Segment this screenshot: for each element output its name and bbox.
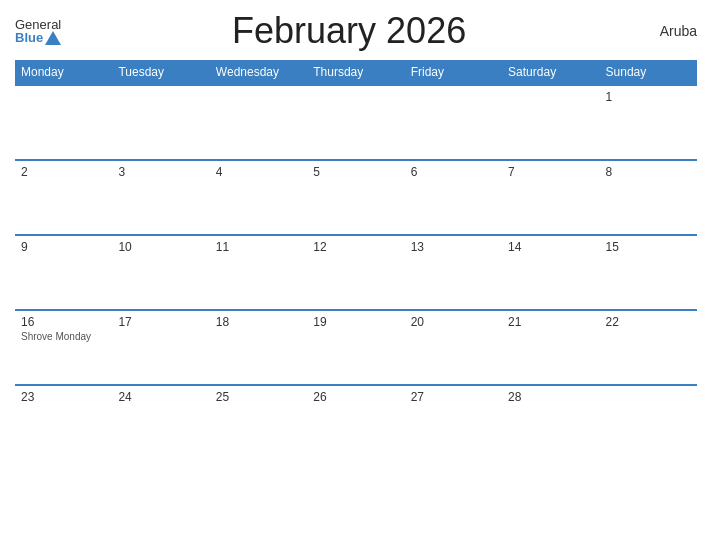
calendar-cell: 8	[600, 160, 697, 235]
day-number: 7	[508, 165, 593, 179]
calendar-cell: 7	[502, 160, 599, 235]
day-number: 9	[21, 240, 106, 254]
calendar-cell: 28	[502, 385, 599, 460]
logo-triangle-icon	[45, 31, 61, 45]
calendar-cell	[307, 85, 404, 160]
calendar-cell: 25	[210, 385, 307, 460]
week-row-1: 1	[15, 85, 697, 160]
calendar-cell: 3	[112, 160, 209, 235]
calendar-title: February 2026	[61, 10, 637, 52]
day-number: 5	[313, 165, 398, 179]
calendar-container: General Blue February 2026 Aruba MondayT…	[0, 0, 712, 550]
week-row-4: 16Shrove Monday171819202122	[15, 310, 697, 385]
day-number: 6	[411, 165, 496, 179]
calendar-cell: 12	[307, 235, 404, 310]
calendar-cell	[600, 385, 697, 460]
calendar-cell: 1	[600, 85, 697, 160]
day-number: 11	[216, 240, 301, 254]
calendar-cell: 9	[15, 235, 112, 310]
logo: General Blue	[15, 18, 61, 45]
calendar-cell	[15, 85, 112, 160]
day-number: 1	[606, 90, 691, 104]
calendar-cell: 21	[502, 310, 599, 385]
calendar-header: General Blue February 2026 Aruba	[15, 10, 697, 52]
calendar-cell: 13	[405, 235, 502, 310]
day-number: 27	[411, 390, 496, 404]
calendar-cell: 15	[600, 235, 697, 310]
calendar-cell: 17	[112, 310, 209, 385]
calendar-cell	[405, 85, 502, 160]
calendar-table: MondayTuesdayWednesdayThursdayFridaySatu…	[15, 60, 697, 460]
calendar-cell: 11	[210, 235, 307, 310]
day-number: 10	[118, 240, 203, 254]
calendar-cell	[502, 85, 599, 160]
weekday-header-monday: Monday	[15, 60, 112, 85]
weekday-header-sunday: Sunday	[600, 60, 697, 85]
day-number: 8	[606, 165, 691, 179]
weekday-header-tuesday: Tuesday	[112, 60, 209, 85]
day-number: 26	[313, 390, 398, 404]
week-row-2: 2345678	[15, 160, 697, 235]
day-number: 28	[508, 390, 593, 404]
calendar-cell: 2	[15, 160, 112, 235]
event-label: Shrove Monday	[21, 331, 106, 342]
calendar-cell: 6	[405, 160, 502, 235]
day-number: 14	[508, 240, 593, 254]
week-row-3: 9101112131415	[15, 235, 697, 310]
day-number: 19	[313, 315, 398, 329]
day-number: 22	[606, 315, 691, 329]
calendar-cell: 16Shrove Monday	[15, 310, 112, 385]
weekday-header-row: MondayTuesdayWednesdayThursdayFridaySatu…	[15, 60, 697, 85]
calendar-cell: 23	[15, 385, 112, 460]
calendar-cell: 20	[405, 310, 502, 385]
week-row-5: 232425262728	[15, 385, 697, 460]
calendar-cell: 24	[112, 385, 209, 460]
calendar-cell: 5	[307, 160, 404, 235]
calendar-cell: 19	[307, 310, 404, 385]
day-number: 21	[508, 315, 593, 329]
calendar-cell: 10	[112, 235, 209, 310]
day-number: 17	[118, 315, 203, 329]
day-number: 25	[216, 390, 301, 404]
logo-blue-text: Blue	[15, 31, 43, 44]
day-number: 13	[411, 240, 496, 254]
weekday-header-friday: Friday	[405, 60, 502, 85]
calendar-cell: 14	[502, 235, 599, 310]
logo-general-text: General	[15, 18, 61, 31]
day-number: 4	[216, 165, 301, 179]
calendar-cell	[112, 85, 209, 160]
calendar-cell: 4	[210, 160, 307, 235]
weekday-header-wednesday: Wednesday	[210, 60, 307, 85]
day-number: 23	[21, 390, 106, 404]
day-number: 18	[216, 315, 301, 329]
calendar-cell: 22	[600, 310, 697, 385]
country-label: Aruba	[637, 23, 697, 39]
day-number: 3	[118, 165, 203, 179]
day-number: 15	[606, 240, 691, 254]
calendar-cell	[210, 85, 307, 160]
weekday-header-saturday: Saturday	[502, 60, 599, 85]
day-number: 12	[313, 240, 398, 254]
day-number: 16	[21, 315, 106, 329]
day-number: 2	[21, 165, 106, 179]
calendar-cell: 27	[405, 385, 502, 460]
day-number: 24	[118, 390, 203, 404]
day-number: 20	[411, 315, 496, 329]
calendar-cell: 26	[307, 385, 404, 460]
weekday-header-thursday: Thursday	[307, 60, 404, 85]
calendar-cell: 18	[210, 310, 307, 385]
